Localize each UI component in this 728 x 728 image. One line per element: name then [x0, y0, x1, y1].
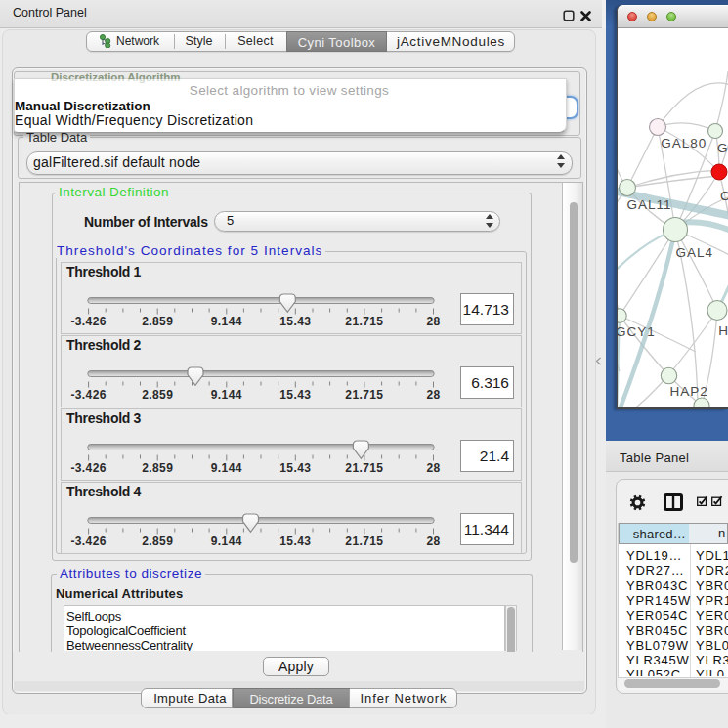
svg-text:GCY1: GCY1 — [618, 324, 656, 339]
svg-text:HAP2: HAP2 — [669, 384, 707, 399]
svg-text:G: G — [717, 141, 728, 155]
svg-text:GAL80: GAL80 — [661, 136, 707, 150]
svg-text:C: C — [720, 189, 728, 203]
svg-text:GAL11: GAL11 — [627, 197, 672, 212]
svg-text:GAL4: GAL4 — [675, 245, 713, 260]
svg-text:H: H — [718, 323, 728, 338]
